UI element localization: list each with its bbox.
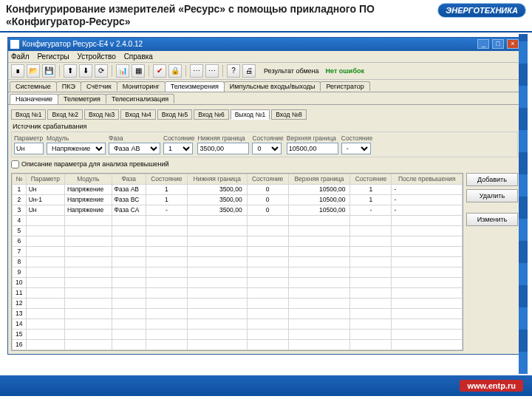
state1-select[interactable]: 1 bbox=[163, 143, 193, 154]
decorative-stripe bbox=[519, 34, 528, 374]
desc-checkbox-label: Описание параметра для анализа превышени… bbox=[21, 160, 168, 168]
io-tab-6[interactable]: Выход №1 bbox=[231, 109, 270, 120]
state3-select[interactable]: - bbox=[341, 143, 371, 154]
menu-device[interactable]: Устройство bbox=[78, 52, 116, 61]
table-row[interactable]: 4 bbox=[13, 215, 463, 225]
table-row[interactable]: 9 bbox=[13, 267, 463, 277]
tab-primary-2[interactable]: Счётчик bbox=[81, 81, 117, 91]
tab-secondary-0[interactable]: Назначение bbox=[10, 94, 58, 104]
brand-logo: ЭНЕРГОТЕХНИКА bbox=[437, 3, 526, 18]
tool-open-icon[interactable]: 📂 bbox=[27, 64, 40, 78]
table-row[interactable]: 8 bbox=[13, 256, 463, 267]
phase-select[interactable]: Фаза AB bbox=[109, 143, 160, 154]
table-row[interactable]: 1UнНапряжениеФаза AB13500,00010500,001- bbox=[13, 184, 463, 194]
tool-misc2-icon[interactable]: ⋯ bbox=[205, 64, 219, 78]
close-button[interactable]: × bbox=[507, 39, 519, 49]
section-title: Источник срабатывания bbox=[13, 123, 518, 130]
io-tab-1[interactable]: Вход №2 bbox=[47, 109, 82, 120]
tool-up-icon[interactable]: ⬆ bbox=[64, 64, 77, 78]
table-row[interactable]: 3UнНапряжениеФаза CA-3500,00010500,00-- bbox=[13, 205, 463, 215]
edit-button[interactable]: Изменить bbox=[466, 213, 518, 226]
tab-secondary-1[interactable]: Телеметрия bbox=[58, 94, 106, 103]
tab-primary-3[interactable]: Мониторинг bbox=[117, 81, 166, 91]
app-window: Конфигуратор Ресурс-E4 v 2.4.0.12 _ □ × … bbox=[7, 37, 522, 355]
exchange-status-label: Результат обмена bbox=[264, 67, 319, 75]
minimize-button[interactable]: _ bbox=[477, 39, 489, 49]
tab-primary-5[interactable]: Импульсные входы/выходы bbox=[224, 81, 321, 91]
table-row[interactable]: 12 bbox=[13, 298, 463, 308]
tool-down-icon[interactable]: ⬇ bbox=[79, 64, 92, 78]
tool-check-icon[interactable]: ✔ bbox=[153, 64, 166, 78]
io-tabs: Вход №1Вход №2Вход №3Вход №4Вход №5Вход … bbox=[11, 109, 518, 120]
menu-file[interactable]: Файл bbox=[11, 52, 30, 61]
delete-button[interactable]: Удалить bbox=[466, 189, 518, 202]
tool-refresh-icon[interactable]: ⟳ bbox=[95, 64, 108, 78]
tab-secondary-2[interactable]: Телесигнализация bbox=[106, 94, 174, 103]
table-row[interactable]: 16 bbox=[13, 339, 463, 349]
tool-misc1-icon[interactable]: ⋯ bbox=[190, 64, 203, 78]
menu-help[interactable]: Справка bbox=[124, 52, 153, 61]
panel-body: Вход №1Вход №2Вход №3Вход №4Вход №5Вход … bbox=[8, 105, 521, 354]
add-button[interactable]: Добавить bbox=[466, 173, 518, 186]
tool-lock-icon[interactable]: 🔒 bbox=[168, 64, 182, 78]
table-row[interactable]: 15 bbox=[13, 329, 463, 339]
maximize-button[interactable]: □ bbox=[492, 39, 504, 49]
state2-select[interactable]: 0 bbox=[252, 143, 282, 154]
io-tab-7[interactable]: Вход №8 bbox=[271, 109, 306, 120]
table-row[interactable]: 14 bbox=[13, 318, 463, 329]
tool-print-icon[interactable]: 🖨 bbox=[242, 64, 256, 78]
io-tab-2[interactable]: Вход №3 bbox=[84, 109, 119, 120]
table-row[interactable]: 11 bbox=[13, 287, 463, 298]
menubar: Файл Регистры Устройство Справка bbox=[8, 51, 521, 63]
tool-chart-icon[interactable]: 📊 bbox=[116, 64, 129, 78]
tab-primary-6[interactable]: Регистратор bbox=[320, 81, 369, 91]
io-tab-5[interactable]: Вход №6 bbox=[194, 109, 228, 120]
table-row[interactable]: 2Uн-1НапряжениеФаза BC13500,00010500,001… bbox=[13, 194, 463, 205]
table-row[interactable]: 10 bbox=[13, 277, 463, 287]
io-tab-3[interactable]: Вход №4 bbox=[120, 109, 155, 120]
tab-primary-1[interactable]: ПКЭ bbox=[56, 81, 81, 91]
window-title: Конфигуратор Ресурс-E4 v 2.4.0.12 bbox=[22, 40, 143, 48]
table-row[interactable]: 6 bbox=[13, 236, 463, 246]
app-icon bbox=[10, 40, 19, 49]
module-select[interactable]: Напряжение bbox=[47, 143, 106, 154]
tabs-primary: СистемныеПКЭСчётчикМониторингТелеизмерен… bbox=[8, 80, 521, 92]
exchange-status-value: Нет ошибок bbox=[326, 67, 364, 75]
tool-table-icon[interactable]: ▦ bbox=[132, 64, 145, 78]
param-input[interactable] bbox=[14, 143, 44, 154]
tool-new-icon[interactable]: ∎ bbox=[11, 64, 24, 78]
table-row[interactable]: 5 bbox=[13, 225, 463, 236]
slide-header: Конфигурирование измерителей «Ресурс» с … bbox=[0, 0, 532, 33]
slide-footer: www.entp.ru bbox=[0, 375, 532, 396]
high-input[interactable] bbox=[287, 143, 338, 154]
table-row[interactable]: 7 bbox=[13, 246, 463, 256]
data-grid[interactable]: №ПараметрМодульФазаСостояниеНижняя грани… bbox=[11, 173, 463, 351]
tabs-secondary: НазначениеТелеметрияТелесигнализация bbox=[8, 92, 521, 105]
tab-primary-4[interactable]: Телеизмерения bbox=[165, 81, 225, 92]
parameter-editor: Параметр МодульНапряжение ФазаФаза AB Со… bbox=[11, 132, 518, 157]
slide-title: Конфигурирование измерителей «Ресурс» с … bbox=[6, 3, 390, 28]
tab-primary-0[interactable]: Системные bbox=[10, 81, 57, 91]
io-tab-4[interactable]: Вход №5 bbox=[157, 109, 192, 120]
io-tab-0[interactable]: Вход №1 bbox=[11, 109, 46, 120]
tool-save-icon[interactable]: 💾 bbox=[42, 64, 55, 78]
menu-registers[interactable]: Регистры bbox=[37, 52, 69, 61]
low-input[interactable] bbox=[197, 143, 249, 154]
table-row[interactable]: 13 bbox=[13, 308, 463, 318]
footer-url: www.entp.ru bbox=[460, 380, 523, 392]
toolbar: ∎ 📂 💾 ⬆ ⬇ ⟳ 📊 ▦ ✔ 🔒 ⋯ ⋯ ? 🖨 Результат об… bbox=[8, 63, 521, 80]
tool-help-icon[interactable]: ? bbox=[227, 64, 240, 78]
desc-checkbox[interactable] bbox=[11, 160, 19, 168]
titlebar: Конфигуратор Ресурс-E4 v 2.4.0.12 _ □ × bbox=[8, 38, 521, 51]
